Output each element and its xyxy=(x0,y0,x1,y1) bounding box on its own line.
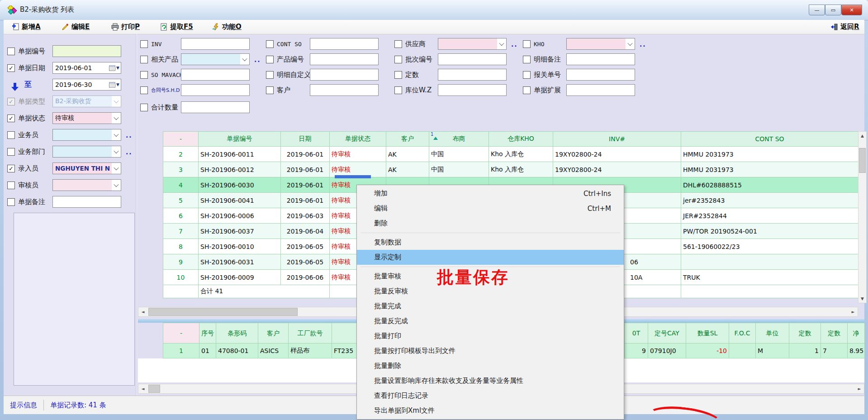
table-row[interactable]: 2SH-201906-0011 2019-06-01待审核 AK中国 Kho 入… xyxy=(163,147,859,162)
location-input[interactable] xyxy=(438,84,507,96)
batch-no-input[interactable] xyxy=(438,53,507,65)
product-no-input[interactable] xyxy=(310,53,379,65)
cont-so-input[interactable] xyxy=(310,38,379,50)
checkbox-detail-custom[interactable]: ✓ xyxy=(266,71,274,79)
fixed-qty-input[interactable] xyxy=(438,69,507,81)
col-header-inv[interactable]: INV# xyxy=(553,132,681,147)
date-dropdown-icon[interactable]: ▼ xyxy=(116,82,119,87)
checkbox-department[interactable]: ✓ xyxy=(7,148,15,156)
status-combo[interactable]: 待审核 xyxy=(52,112,121,124)
col-header-select[interactable]: - xyxy=(163,323,199,344)
col-header-qty[interactable]: 数量SL xyxy=(686,323,729,344)
col-header-doc-no[interactable]: 单据编号 xyxy=(199,132,281,147)
checkbox-product-no[interactable]: ✓ xyxy=(266,56,274,63)
checkbox-kho[interactable]: ✓ xyxy=(523,40,531,48)
related-product-combo[interactable] xyxy=(181,53,250,65)
customer-input[interactable] xyxy=(310,84,379,96)
checkbox-batch-no[interactable]: ✓ xyxy=(394,56,402,63)
inv-input[interactable] xyxy=(181,38,250,50)
edit-button[interactable]: 编辑E xyxy=(59,21,92,32)
department-combo[interactable] xyxy=(52,146,121,158)
function-button[interactable]: 功能O xyxy=(209,21,244,32)
checkbox-salesman[interactable]: ✓ xyxy=(7,131,15,139)
col-header-status[interactable]: 单据状态 xyxy=(330,132,386,147)
more-button[interactable]: .. xyxy=(126,132,133,139)
menu-item-export-xml[interactable]: 导出单据到Xml文件 xyxy=(357,403,624,418)
scroll-left-icon[interactable]: ◄ xyxy=(138,384,147,393)
checkbox-doc-extend[interactable]: ✓ xyxy=(523,86,531,94)
col-header-warehouse[interactable]: 仓库KHO xyxy=(489,132,553,147)
checkbox-doc-no[interactable]: ✓ xyxy=(7,48,15,55)
checkbox-detail-remark[interactable]: ✓ xyxy=(523,56,531,63)
entry-clerk-combo[interactable]: NGHUYEN THI N xyxy=(52,162,121,174)
col-header-date[interactable]: 日期 xyxy=(281,132,330,147)
menu-item-batch-uncomplete[interactable]: 批量反完成 xyxy=(357,314,624,329)
more-button[interactable]: .. xyxy=(126,148,133,156)
kho-combo[interactable] xyxy=(566,38,635,50)
menu-item-batch-set-attributes[interactable]: 批量设置影响库存往来款收支及业务量等业务属性 xyxy=(357,373,624,388)
checkbox-supplier[interactable]: ✓ xyxy=(394,40,402,48)
checkbox-status[interactable]: ✓ xyxy=(7,115,15,122)
checkbox-inv[interactable]: ✓ xyxy=(140,40,148,48)
checkbox-auditor[interactable]: ✓ xyxy=(7,181,15,189)
menu-item-view-print-log[interactable]: 查看打印日志记录 xyxy=(357,388,624,403)
scroll-left-icon[interactable]: ◄ xyxy=(138,307,147,316)
col-header-unit[interactable]: 单位 xyxy=(756,323,789,344)
checkbox-cont-so[interactable]: ✓ xyxy=(266,40,274,48)
close-button[interactable]: ✕ xyxy=(841,5,862,15)
supplier-combo[interactable] xyxy=(438,38,507,50)
more-button[interactable]: .. xyxy=(254,56,261,63)
scrollbar-thumb[interactable] xyxy=(148,385,160,393)
menu-item-edit[interactable]: 编辑Ctrl+M xyxy=(357,201,624,216)
doc-remark-input[interactable] xyxy=(52,196,121,208)
checkbox-contract-no[interactable]: ✓ xyxy=(140,86,148,94)
checkbox-total-qty[interactable]: ✓ xyxy=(140,104,148,111)
print-button[interactable]: 打印P xyxy=(109,21,142,32)
menu-item-batch-print[interactable]: 批量打印 xyxy=(357,329,624,344)
more-button[interactable]: .. xyxy=(511,41,518,48)
so-mavach-input[interactable] xyxy=(181,69,250,81)
salesman-combo[interactable] xyxy=(52,129,121,141)
col-header-fabric[interactable]: 1 布商 xyxy=(429,132,489,147)
menu-item-add[interactable]: 增加Ctrl+Ins xyxy=(357,186,624,201)
col-header-customer[interactable]: 客户 xyxy=(258,323,289,344)
contract-no-input[interactable] xyxy=(181,84,250,96)
scrollbar-thumb[interactable] xyxy=(859,148,866,173)
scroll-up-icon[interactable]: ▲ xyxy=(859,132,866,140)
col-header-customer[interactable]: 客户 xyxy=(386,132,429,147)
scrollbar-thumb[interactable] xyxy=(148,308,298,316)
scroll-right-icon[interactable]: ► xyxy=(855,384,864,393)
col-header-fix2[interactable]: 定数 xyxy=(821,323,848,344)
doc-no-input[interactable] xyxy=(52,45,121,57)
checkbox-customer[interactable]: ✓ xyxy=(266,86,274,94)
col-header-cay[interactable]: 定号CAY xyxy=(648,323,686,344)
scroll-down-icon[interactable]: ▼ xyxy=(859,295,866,303)
minimize-button[interactable]: — xyxy=(809,5,825,15)
col-header-barcode[interactable]: 条形码 xyxy=(216,323,258,344)
checkbox-so-mavach[interactable]: ✓ xyxy=(140,71,148,79)
checkbox-date[interactable]: ✓ xyxy=(7,64,15,72)
col-header-net[interactable]: 净 xyxy=(848,323,865,344)
col-header-factory-style[interactable]: 工厂款号 xyxy=(289,323,332,344)
vertical-scrollbar[interactable]: ▲ ▼ xyxy=(858,131,867,303)
new-button[interactable]: 新增A xyxy=(9,21,43,32)
col-header-lot[interactable]: 0T xyxy=(625,323,648,344)
menu-item-delete[interactable]: 删除 xyxy=(357,216,624,231)
scroll-right-icon[interactable]: ► xyxy=(849,307,858,316)
extract-button[interactable]: 提取F5 xyxy=(157,21,196,32)
checkbox-entry-clerk[interactable]: ✓ xyxy=(7,165,15,172)
col-header-seq[interactable]: 序号 xyxy=(199,323,216,344)
total-qty-input[interactable] xyxy=(181,101,250,113)
date-from-input[interactable]: 2019-06-01 ▼ xyxy=(52,62,121,74)
checkbox-location[interactable]: ✓ xyxy=(394,86,402,94)
auditor-combo[interactable] xyxy=(52,179,121,191)
back-button[interactable]: 返回R xyxy=(828,21,862,32)
detail-remark-input[interactable] xyxy=(566,53,635,65)
col-header-select[interactable]: - xyxy=(163,132,199,147)
more-button[interactable]: .. xyxy=(640,41,646,48)
checkbox-related-product[interactable]: ✓ xyxy=(140,56,148,63)
customs-no-input[interactable] xyxy=(566,69,635,81)
col-header-foc[interactable]: F.O.C xyxy=(729,323,756,344)
maximize-button[interactable]: ▭ xyxy=(825,5,841,15)
date-to-input[interactable]: 2019-06-30 ▼ xyxy=(52,79,121,91)
